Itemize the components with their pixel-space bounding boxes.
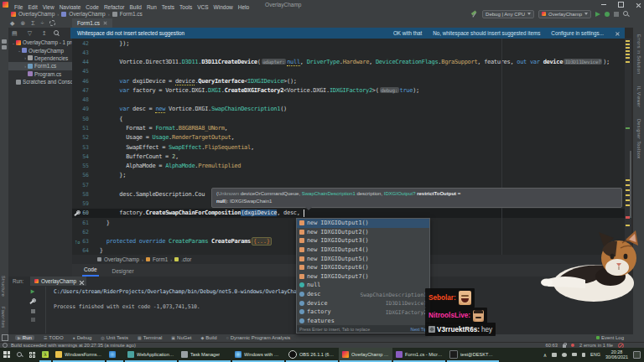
left-toolwindow-structure[interactable]: Structure bbox=[1, 276, 6, 297]
tray-network-icon[interactable] bbox=[572, 353, 577, 356]
banner-action-0[interactable]: OK with that bbox=[393, 30, 422, 36]
close-all-icon[interactable]: ⊗ bbox=[20, 20, 25, 27]
task-view-button[interactable] bbox=[26, 348, 39, 362]
warning-tick[interactable] bbox=[626, 61, 630, 63]
editor-breadcrumb-item[interactable]: OverlayChamp bbox=[104, 256, 139, 262]
collapse-icon[interactable]: ÷ bbox=[41, 20, 44, 26]
tray-clock[interactable]: 20:28 30/06/2021 bbox=[605, 349, 628, 360]
completion-item-new-idxgioutput1-[interactable]: new IDXGIOutput1() bbox=[297, 219, 429, 228]
build-hammer-icon[interactable] bbox=[470, 10, 478, 18]
warning-tick[interactable] bbox=[626, 204, 630, 206]
toolwindow-unit-tests[interactable]: ◎Unit Tests bbox=[101, 335, 128, 340]
scope-icon[interactable]: ◆ bbox=[10, 20, 14, 27]
override-marker-icon[interactable]: ↑o bbox=[75, 239, 80, 245]
minimize-icon[interactable] bbox=[601, 4, 606, 5]
taskbar-app-lambda[interactable]: λ bbox=[39, 348, 52, 362]
banner-action-1[interactable]: No, whitespace should insert suggested i… bbox=[433, 30, 540, 36]
warning-tick[interactable] bbox=[626, 47, 630, 49]
code-line-53[interactable]: 53 SwapEffect = SwapEffect.FlipSequentia… bbox=[72, 142, 625, 152]
breadcrumb-item[interactable]: Form1.cs bbox=[120, 11, 143, 17]
breadcrumb-item[interactable]: OverlayChamp bbox=[18, 11, 55, 17]
warning-tick[interactable] bbox=[626, 199, 630, 201]
code-line-42[interactable]: 42 }); bbox=[72, 39, 625, 48]
scrollbar-thumb[interactable] bbox=[630, 151, 631, 218]
toolwindow-debug[interactable]: ●Debug bbox=[73, 335, 92, 340]
completion-item-new-idxgioutput6-[interactable]: new IDXGIOutput6() bbox=[297, 263, 429, 272]
scroll-to-source-icon[interactable]: ↥ bbox=[42, 30, 47, 37]
pane-settings-gear-icon[interactable] bbox=[49, 20, 55, 26]
clear-console-icon[interactable] bbox=[31, 318, 35, 322]
warning-tick[interactable] bbox=[626, 54, 630, 55]
debug-button[interactable] bbox=[605, 12, 610, 17]
completion-item-device[interactable]: deviceID3D11Device? bbox=[297, 298, 429, 308]
run-settings-wrench-icon[interactable] bbox=[29, 298, 36, 305]
filter-icon[interactable]: ▽ bbox=[28, 30, 32, 37]
right-toolwindow-errors-in-solution[interactable]: Errors in Solution bbox=[636, 34, 641, 75]
tray-volume-icon[interactable] bbox=[582, 353, 585, 357]
completion-item-new-idxgioutput3-[interactable]: new IDXGIOutput3() bbox=[297, 236, 429, 246]
sum-icon[interactable]: Σ bbox=[31, 20, 34, 26]
tree-item-dependencies[interactable]: ›Dependencies bbox=[8, 54, 72, 62]
quick-fix-wrench-icon[interactable] bbox=[74, 210, 80, 217]
locate-file-icon[interactable]: ▤ bbox=[12, 30, 18, 37]
tree-search-icon[interactable] bbox=[54, 30, 60, 36]
warning-tick[interactable] bbox=[626, 184, 630, 186]
event-log-button[interactable]: Event Log bbox=[596, 335, 624, 340]
close-tab-icon[interactable] bbox=[103, 21, 107, 25]
taskbar-app-windows-cpp[interactable]: Windows with C++... bbox=[231, 348, 285, 362]
tray-language[interactable]: ENG bbox=[590, 352, 600, 357]
taskbar-app-cmd[interactable]: test@DESKTOP-F8Z... bbox=[446, 348, 500, 362]
taskbar-app-form1-vs[interactable]: Form1.cs - Microso... bbox=[392, 348, 446, 362]
left-toolwindow-favorites[interactable]: Favorites bbox=[1, 307, 6, 328]
search-icon[interactable] bbox=[623, 11, 629, 17]
close-icon[interactable] bbox=[636, 3, 641, 8]
error-stripe-scrollbar[interactable] bbox=[625, 39, 631, 255]
code-line-48[interactable]: 48 bbox=[72, 96, 625, 105]
editor-breadcrumb-item[interactable]: .ctor bbox=[181, 256, 191, 262]
window-layout-icon[interactable] bbox=[2, 334, 8, 341]
warning-tick[interactable] bbox=[626, 189, 630, 191]
toolwindow-dynamic-program-analysis[interactable]: ○Dynamic Program Analysis bbox=[226, 335, 291, 340]
run-config-dropdown[interactable]: OverlayChamp bbox=[538, 10, 591, 18]
completion-item-desc[interactable]: descSwapChainDescription1 bbox=[297, 290, 429, 299]
right-toolwindow-il-viewer[interactable]: IL Viewer bbox=[636, 86, 641, 107]
editor-tab-form1[interactable]: Form1.cs bbox=[72, 18, 112, 28]
stop-button[interactable] bbox=[614, 12, 619, 17]
tray-chevron-icon[interactable]: ∧ bbox=[543, 352, 547, 358]
code-line-46[interactable]: 46 var dxgiDevice = device.QueryInterfac… bbox=[72, 76, 625, 85]
taskbar-app-overlaychamp-rider[interactable]: OverlayChamp - F... bbox=[339, 348, 392, 362]
right-toolwindow-designer-toolbox[interactable]: Designer Toolbox bbox=[636, 119, 641, 158]
banner-close-icon[interactable] bbox=[615, 31, 620, 35]
maximize-icon[interactable] bbox=[618, 2, 624, 8]
warning-tick[interactable] bbox=[626, 57, 630, 59]
close-run-tab-icon[interactable] bbox=[79, 280, 82, 283]
taskbar-app-task-manager[interactable]: Task Manager bbox=[178, 348, 231, 362]
warning-tick[interactable] bbox=[626, 50, 630, 52]
tree-item-overlaychamp-1-proje[interactable]: ⌄OverlayChamp - 1 proje bbox=[8, 39, 72, 46]
start-button[interactable] bbox=[0, 348, 13, 362]
code-line-55[interactable]: 55 AlphaMode = AlphaMode.Premultiplied bbox=[72, 161, 625, 170]
completion-item-factory[interactable]: factoryIDXGIFactory2 bbox=[297, 308, 429, 317]
code-line-51[interactable]: 51 Format = Format.B8G8R8A8_UNorm, bbox=[72, 123, 625, 132]
tray-shield-icon[interactable] bbox=[552, 353, 557, 357]
commit-stripe-icon[interactable] bbox=[2, 45, 7, 49]
completion-item-new-idxgioutput4-[interactable]: new IDXGIOutput4() bbox=[297, 246, 429, 255]
toolwindow-nuget[interactable]: ▣NuGet bbox=[171, 335, 191, 340]
code-line-49[interactable]: 49 var desc = new Vortice.DXGI.SwapChain… bbox=[72, 105, 625, 114]
code-line-54[interactable]: 54 BufferCount = 2, bbox=[72, 152, 625, 161]
tab-designer[interactable]: Designer bbox=[111, 268, 136, 277]
solution-config-dropdown[interactable]: Debug | Any CPU bbox=[482, 10, 534, 18]
tray-onedrive-icon[interactable] bbox=[562, 353, 567, 357]
run-button[interactable] bbox=[595, 12, 600, 17]
code-line-50[interactable]: 50 { bbox=[72, 114, 625, 123]
completion-item-new-idxgioutput5-[interactable]: new IDXGIOutput5() bbox=[297, 254, 429, 263]
banner-action-2[interactable]: Configure in settings... bbox=[551, 30, 604, 36]
run-tab[interactable]: OverlayChamp bbox=[30, 277, 86, 286]
warning-tick[interactable] bbox=[626, 127, 630, 129]
warning-tick[interactable] bbox=[626, 44, 630, 45]
taskbar-app-blue-app[interactable] bbox=[106, 348, 124, 362]
rerun-icon[interactable] bbox=[31, 290, 35, 294]
code-line-43[interactable]: 43 bbox=[72, 48, 625, 57]
breadcrumb-item[interactable]: OverlayChamp bbox=[69, 11, 105, 17]
taskbar-app-obs[interactable]: OBS 26.1.1 (64-bit, ... bbox=[285, 348, 339, 362]
